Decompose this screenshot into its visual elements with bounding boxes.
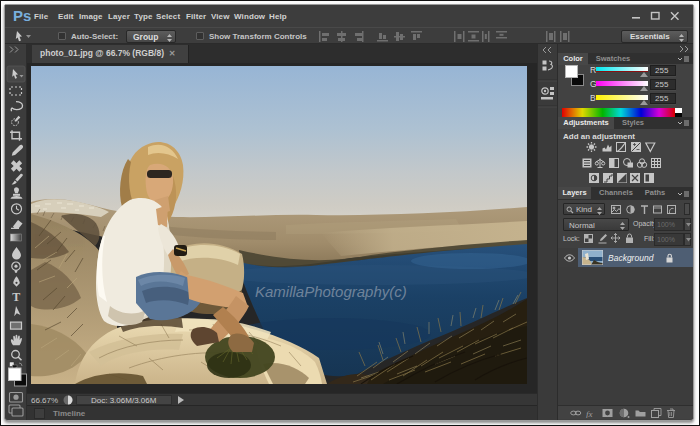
svg-text:T: T: [12, 290, 20, 304]
svg-text:fx: fx: [586, 409, 593, 419]
svg-text:KamillaPhotography(c): KamillaPhotography(c): [255, 283, 407, 300]
